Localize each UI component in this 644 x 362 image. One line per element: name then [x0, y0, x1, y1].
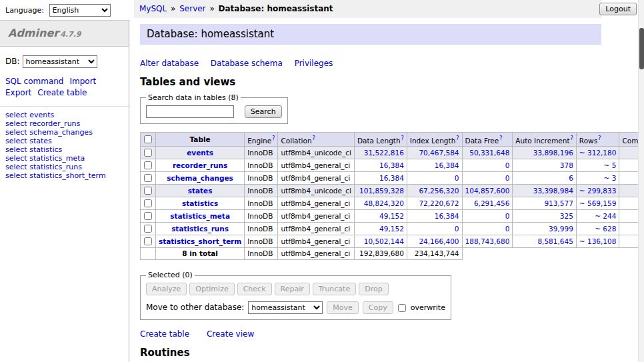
auto-increment-link[interactable]: 325 [560, 212, 573, 220]
index-length-link[interactable]: 0 [455, 174, 459, 182]
rows-link[interactable]: ~ 299,833 [579, 187, 617, 195]
analyze-button[interactable]: Analyze [146, 283, 187, 295]
rows-link[interactable]: ~ 136,108 [579, 237, 617, 245]
data-length-link[interactable]: 10,502,144 [364, 237, 404, 245]
check-button[interactable]: Check [237, 283, 272, 295]
logout-button[interactable]: Logout [599, 3, 637, 15]
auto-increment-link[interactable]: 39,999 [549, 225, 573, 233]
privileges-link[interactable]: Privileges [295, 59, 333, 68]
index-length-link[interactable]: 72,220,672 [419, 199, 459, 207]
rows-link[interactable]: ~ 312,180 [579, 149, 617, 157]
help-link[interactable]: ? [456, 135, 459, 141]
row-checkbox[interactable] [144, 187, 152, 195]
create-view-link[interactable]: Create view [207, 329, 254, 339]
row-checkbox[interactable] [144, 225, 152, 233]
help-link[interactable]: ? [401, 135, 404, 141]
data-length-link[interactable]: 101,859,328 [359, 187, 404, 195]
table-select-link[interactable]: select statistics_runs [5, 163, 82, 171]
index-length-link[interactable]: 16,384 [435, 161, 459, 169]
data-free-link[interactable]: 188,743,680 [465, 237, 510, 245]
data-free-link[interactable]: 104,857,600 [465, 187, 510, 195]
row-checkbox[interactable] [144, 199, 152, 207]
create-table-link[interactable]: Create table [140, 329, 189, 339]
drop-button[interactable]: Drop [359, 283, 388, 295]
rows-link[interactable]: ~ 628 [595, 225, 616, 233]
copy-button[interactable]: Copy [363, 301, 393, 314]
row-checkbox[interactable] [144, 149, 152, 157]
export-link[interactable]: Export [5, 88, 31, 97]
language-select[interactable]: English [49, 4, 111, 17]
index-length-link[interactable]: 0 [455, 225, 459, 233]
table-select-link[interactable]: select recorder_runs [5, 119, 80, 128]
select-all-checkbox[interactable] [144, 135, 152, 143]
row-checkbox[interactable] [144, 161, 152, 169]
auto-increment-link[interactable]: 378 [560, 161, 573, 169]
table-select-link[interactable]: select states [5, 137, 52, 145]
auto-increment-link[interactable]: 8,581,645 [537, 237, 573, 245]
table-link[interactable]: states [188, 187, 213, 195]
database-schema-link[interactable]: Database schema [211, 59, 283, 68]
rows-link[interactable]: ~ 569,159 [579, 199, 617, 207]
optimize-button[interactable]: Optimize [189, 283, 234, 295]
sql-command-link[interactable]: SQL command [5, 77, 63, 86]
overwrite-label[interactable]: overwrite [411, 303, 445, 313]
data-length-link[interactable]: 16,384 [379, 174, 404, 182]
create-table-sidebar-link[interactable]: Create table [37, 88, 87, 97]
help-link[interactable]: ? [313, 135, 315, 141]
index-length-link[interactable]: 24,166,400 [419, 237, 459, 245]
repair-button[interactable]: Repair [275, 283, 310, 295]
table-select-link[interactable]: select schema_changes [5, 128, 93, 137]
alter-database-link[interactable]: Alter database [140, 59, 199, 68]
table-select-link[interactable]: select statistics_short_term [5, 171, 106, 180]
data-free-link[interactable]: 0 [505, 225, 510, 233]
rows-link[interactable]: ~ 3 [604, 174, 617, 182]
move-db-select[interactable]: homeassistant [248, 301, 323, 314]
auto-increment-link[interactable]: 913,577 [544, 199, 573, 207]
table-select-link[interactable]: select statistics [5, 145, 62, 154]
table-link[interactable]: statistics_short_term [159, 237, 241, 245]
data-free-link[interactable]: 0 [505, 174, 510, 182]
rows-link[interactable]: ~ 244 [595, 212, 616, 220]
adminer-logo-link[interactable]: Adminer4.7.9 [8, 27, 81, 39]
table-link[interactable]: recorder_runs [173, 161, 227, 169]
row-checkbox[interactable] [144, 174, 152, 182]
table-link[interactable]: statistics_runs [171, 225, 229, 233]
scrollbar-thumb[interactable] [639, 28, 644, 69]
search-button[interactable]: Search [245, 105, 282, 118]
breadcrumb-server-link[interactable]: Server [179, 4, 205, 13]
import-link[interactable]: Import [69, 77, 96, 86]
data-length-link[interactable]: 16,384 [379, 161, 404, 169]
help-link[interactable]: ? [272, 135, 275, 141]
data-free-link[interactable]: 50,331,648 [469, 149, 509, 157]
index-length-link[interactable]: 67,256,320 [419, 187, 459, 195]
table-link[interactable]: statistics_meta [170, 212, 230, 220]
index-length-link[interactable]: 70,467,584 [419, 149, 459, 157]
auto-increment-link[interactable]: 33,398,984 [533, 187, 573, 195]
overwrite-checkbox[interactable] [398, 304, 406, 312]
table-link[interactable]: events [187, 149, 213, 157]
data-length-link[interactable]: 49,152 [379, 212, 404, 220]
data-length-link[interactable]: 31,522,816 [364, 149, 404, 157]
rows-link[interactable]: ~ 5 [604, 161, 617, 169]
table-select-link[interactable]: select events [5, 111, 54, 119]
data-length-link[interactable]: 49,152 [379, 225, 404, 233]
data-free-link[interactable]: 6,291,456 [474, 199, 509, 207]
data-free-link[interactable]: 0 [505, 161, 510, 169]
row-checkbox[interactable] [144, 237, 152, 245]
move-button[interactable]: Move [327, 301, 359, 314]
search-input[interactable] [146, 105, 234, 118]
db-select[interactable]: homeassistant [23, 55, 97, 68]
auto-increment-link[interactable]: 33,898,196 [533, 149, 573, 157]
index-length-link[interactable]: 16,384 [435, 212, 459, 220]
auto-increment-link[interactable]: 6 [569, 174, 573, 182]
breadcrumb-mysql-link[interactable]: MySQL [139, 4, 167, 13]
table-link[interactable]: statistics [182, 199, 218, 207]
table-link[interactable]: schema_changes [167, 174, 233, 182]
row-checkbox[interactable] [144, 212, 152, 220]
help-link[interactable]: ? [598, 135, 601, 141]
data-length-link[interactable]: 48,824,320 [364, 199, 404, 207]
data-free-link[interactable]: 0 [505, 212, 510, 220]
vertical-scrollbar[interactable] [638, 0, 644, 362]
truncate-button[interactable]: Truncate [313, 283, 356, 295]
table-select-link[interactable]: select statistics_meta [5, 154, 85, 163]
